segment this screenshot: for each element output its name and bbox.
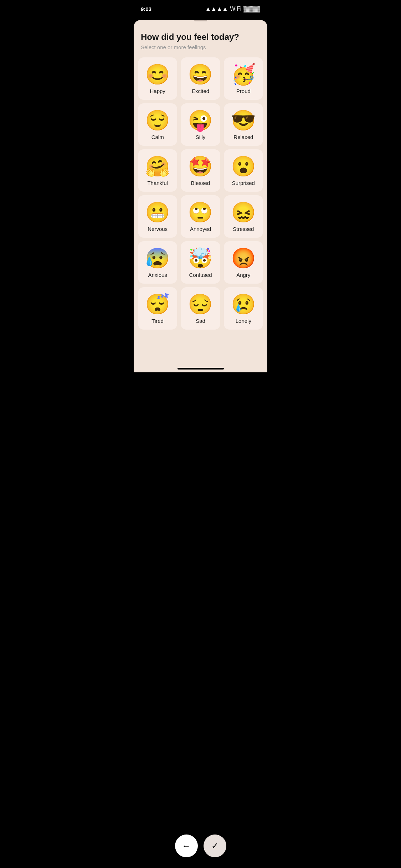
feeling-emoji-angry: 😡 — [231, 248, 256, 268]
feeling-emoji-happy: 😊 — [145, 64, 170, 84]
feeling-label-nervous: Nervous — [148, 226, 168, 232]
feeling-emoji-surprised: 😮 — [231, 156, 256, 176]
feeling-emoji-thankful: 🤗 — [145, 156, 170, 176]
header-title: How did you feel today? — [141, 32, 260, 42]
status-icons: ▲▲▲▲ WiFi ▓▓▓▓ — [205, 6, 260, 12]
drag-handle[interactable] — [194, 20, 207, 21]
feeling-card-anxious[interactable]: 😰Anxious — [138, 241, 177, 284]
feeling-emoji-calm: 😌 — [145, 110, 170, 130]
feeling-label-confused: Confused — [189, 272, 212, 278]
feeling-label-tired: Tired — [151, 318, 164, 324]
signal-icon: ▲▲▲▲ — [205, 6, 228, 12]
feeling-card-nervous[interactable]: 😬Nervous — [138, 195, 177, 238]
feeling-card-happy[interactable]: 😊Happy — [138, 57, 177, 100]
feeling-card-blessed[interactable]: 🤩Blessed — [181, 149, 220, 192]
feeling-card-angry[interactable]: 😡Angry — [224, 241, 263, 284]
feeling-emoji-relaxed: 😎 — [231, 110, 256, 130]
feeling-label-silly: Silly — [196, 134, 206, 140]
battery-icon: ▓▓▓▓ — [243, 6, 260, 12]
feeling-emoji-sad: 😔 — [188, 294, 213, 314]
feeling-card-relaxed[interactable]: 😎Relaxed — [224, 103, 263, 146]
feeling-label-surprised: Surprised — [232, 180, 255, 186]
feeling-label-excited: Excited — [192, 88, 209, 94]
feeling-label-annoyed: Annoyed — [190, 226, 211, 232]
feeling-emoji-proud: 🥳 — [231, 64, 256, 84]
feeling-emoji-excited: 😄 — [188, 64, 213, 84]
feeling-emoji-nervous: 😬 — [145, 202, 170, 222]
feeling-card-sad[interactable]: 😔Sad — [181, 287, 220, 330]
feeling-emoji-blessed: 🤩 — [188, 156, 213, 176]
feeling-card-annoyed[interactable]: 🙄Annoyed — [181, 195, 220, 238]
feeling-label-stressed: Stressed — [233, 226, 254, 232]
home-indicator — [178, 368, 224, 370]
feeling-label-calm: Calm — [151, 134, 164, 140]
status-bar: 9:03 ▲▲▲▲ WiFi ▓▓▓▓ — [134, 0, 267, 16]
feeling-label-anxious: Anxious — [148, 272, 167, 278]
feeling-label-sad: Sad — [196, 318, 205, 324]
wifi-icon: WiFi — [230, 6, 241, 12]
header: How did you feel today? Select one or mo… — [134, 29, 267, 57]
feeling-label-proud: Proud — [236, 88, 251, 94]
feeling-label-relaxed: Relaxed — [233, 134, 253, 140]
feeling-emoji-stressed: 😖 — [231, 202, 256, 222]
feeling-card-calm[interactable]: 😌Calm — [138, 103, 177, 146]
feeling-card-confused[interactable]: 🤯Confused — [181, 241, 220, 284]
header-subtitle: Select one or more feelings — [141, 44, 260, 50]
phone-container: 9:03 ▲▲▲▲ WiFi ▓▓▓▓ How did you feel tod… — [134, 0, 267, 372]
feeling-label-blessed: Blessed — [191, 180, 210, 186]
feeling-emoji-confused: 🤯 — [188, 248, 213, 268]
feeling-card-stressed[interactable]: 😖Stressed — [224, 195, 263, 238]
feeling-emoji-silly: 😜 — [188, 110, 213, 130]
status-time: 9:03 — [141, 6, 151, 12]
feeling-emoji-lonely: 😢 — [231, 294, 256, 314]
feeling-card-lonely[interactable]: 😢Lonely — [224, 287, 263, 330]
feeling-card-tired[interactable]: 😴Tired — [138, 287, 177, 330]
feeling-card-silly[interactable]: 😜Silly — [181, 103, 220, 146]
bottom-sheet: How did you feel today? Select one or mo… — [134, 20, 267, 372]
feeling-card-excited[interactable]: 😄Excited — [181, 57, 220, 100]
feeling-label-happy: Happy — [150, 88, 165, 94]
feelings-grid: 😊Happy😄Excited🥳Proud😌Calm😜Silly😎Relaxed🤗… — [134, 57, 267, 330]
feeling-label-angry: Angry — [236, 272, 250, 278]
feeling-emoji-annoyed: 🙄 — [188, 202, 213, 222]
feeling-emoji-tired: 😴 — [145, 294, 170, 314]
feeling-label-thankful: Thankful — [147, 180, 168, 186]
feeling-card-thankful[interactable]: 🤗Thankful — [138, 149, 177, 192]
feeling-card-surprised[interactable]: 😮Surprised — [224, 149, 263, 192]
feeling-emoji-anxious: 😰 — [145, 248, 170, 268]
feeling-card-proud[interactable]: 🥳Proud — [224, 57, 263, 100]
feeling-label-lonely: Lonely — [236, 318, 251, 324]
